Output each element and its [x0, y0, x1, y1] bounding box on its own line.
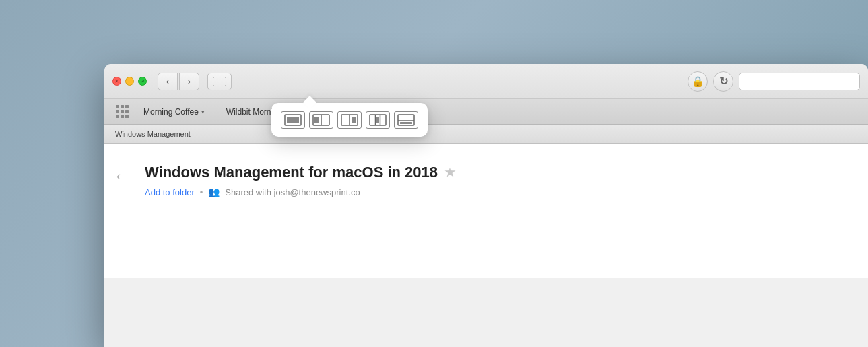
browser-window: ✕ ↗ ‹ › 🔒 ↻: [104, 64, 868, 347]
password-icon: 🔒: [692, 75, 704, 88]
title-bar: ✕ ↗ ‹ › 🔒 ↻: [104, 64, 868, 99]
article-title-row: Windows Management for macOS in 2018 ★: [145, 164, 848, 181]
layout-split-left-button[interactable]: [309, 111, 333, 129]
refresh-icon: ↻: [719, 75, 728, 88]
close-button[interactable]: ✕: [112, 77, 121, 86]
tabs-grid-button[interactable]: [112, 102, 131, 121]
close-icon: ✕: [114, 78, 119, 84]
svg-rect-14: [400, 122, 412, 124]
forward-icon: ›: [188, 76, 191, 86]
maximize-icon: ↗: [140, 78, 145, 84]
tab-morning-coffee-label: Morning Coffee: [143, 107, 199, 117]
minimize-button[interactable]: [125, 77, 134, 86]
content-area: ‹ Windows Management for macOS in 2018 ★…: [104, 144, 868, 278]
svg-rect-4: [314, 117, 319, 123]
layout-popup: [271, 103, 428, 137]
traffic-lights: ✕ ↗: [112, 77, 147, 86]
nav-buttons: ‹ ›: [158, 73, 199, 90]
sidebar-toggle-button[interactable]: [207, 73, 232, 90]
meta-separator: •: [200, 187, 203, 197]
article-title-text: Windows Management for macOS in 2018: [145, 164, 438, 181]
maximize-button[interactable]: ↗: [138, 77, 147, 86]
back-icon: ‹: [166, 76, 169, 86]
add-to-folder-link[interactable]: Add to folder: [145, 187, 195, 197]
layout-split-left-icon: [312, 114, 330, 126]
search-bar[interactable]: [739, 73, 860, 90]
content-back-button[interactable]: ‹: [116, 169, 121, 183]
sidebar-toggle-icon: [213, 77, 226, 86]
breadcrumb: Windows Management: [115, 130, 191, 138]
forward-button[interactable]: ›: [179, 73, 199, 90]
shared-users-icon: 👥: [208, 187, 220, 197]
layout-full-button[interactable]: [281, 111, 305, 129]
layout-split-right-button[interactable]: [337, 111, 362, 129]
layout-bottom-icon: [397, 114, 415, 126]
refresh-button[interactable]: ↻: [713, 71, 733, 92]
layout-thirds-icon: [369, 114, 387, 126]
tab-morning-coffee[interactable]: Morning Coffee ▾: [134, 102, 214, 121]
layout-full-icon: [284, 114, 302, 126]
back-button[interactable]: ‹: [158, 73, 178, 90]
star-icon[interactable]: ★: [444, 165, 455, 180]
tabs-bar: Morning Coffee ▾ Wildbit Morning ▾ Web A…: [104, 99, 868, 125]
breadcrumb-bar: Windows Management: [104, 125, 868, 144]
password-manager-button[interactable]: 🔒: [688, 71, 708, 92]
grid-dots-icon: [116, 105, 129, 118]
chevron-down-icon: ▾: [201, 108, 205, 115]
layout-split-right-icon: [341, 114, 358, 126]
shared-with-text: Shared with josh@thenewsprint.co: [225, 187, 360, 197]
svg-rect-7: [352, 117, 356, 123]
svg-rect-11: [376, 117, 379, 123]
layout-thirds-button[interactable]: [366, 111, 390, 129]
layout-bottom-button[interactable]: [394, 111, 418, 129]
article-meta: Add to folder • 👥 Shared with josh@thene…: [145, 187, 848, 197]
svg-rect-1: [287, 117, 299, 123]
